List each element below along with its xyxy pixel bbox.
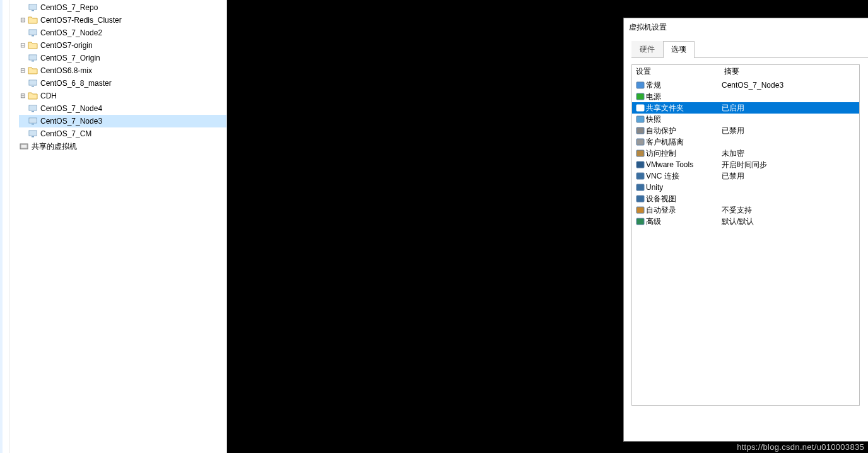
setting-name: 自动登录: [646, 205, 722, 216]
vm-centos7-cm[interactable]: CentOS_7_CM: [19, 127, 226, 140]
autologin-icon: [635, 206, 646, 215]
setting-summary: 默认/默认: [722, 216, 857, 227]
vm-centos7-node3[interactable]: CentOS_7_Node3: [19, 115, 226, 127]
general-icon: [635, 81, 646, 90]
svg-rect-1: [30, 5, 36, 9]
settings-list-panel: 设置 摘要 常规CentOS_7_Node3电源共享文件夹已启用快照自动保护已禁…: [631, 64, 860, 406]
setting-name: 高级: [646, 216, 722, 227]
svg-rect-11: [32, 86, 34, 87]
appliance-view-icon: [635, 194, 646, 203]
tree-toggle-icon[interactable]: ⊟: [19, 16, 26, 24]
setting-row-vmware-tools[interactable]: VMware Tools开启时间同步: [632, 159, 859, 170]
watermark-text: https://blog.csdn.net/u010003835: [737, 442, 864, 452]
setting-row-general[interactable]: 常规CentOS_7_Node3: [632, 79, 859, 91]
svg-rect-33: [636, 196, 644, 202]
folder-redis-cluster[interactable]: ⊟CentOS7-Redis_Cluster: [19, 14, 226, 26]
setting-name: 快照: [646, 114, 722, 125]
vm-icon: [28, 129, 38, 139]
svg-rect-31: [636, 173, 644, 179]
dialog-tabs: 硬件 选项: [631, 41, 868, 58]
setting-row-unity[interactable]: Unity: [632, 182, 859, 193]
svg-rect-27: [636, 127, 644, 134]
setting-name: 共享文件夹: [646, 103, 722, 114]
svg-rect-16: [30, 119, 36, 122]
vm-icon: [28, 116, 38, 126]
setting-name: VMware Tools: [646, 160, 722, 169]
tree-label: CentOS7-origin: [40, 39, 93, 52]
shared-vms-root[interactable]: 共享的虚拟机: [19, 140, 226, 153]
vm-centos7-repo[interactable]: CentOS_7_Repo: [19, 1, 226, 14]
snapshot-icon: [635, 115, 646, 124]
shared-folders-icon: [635, 103, 646, 112]
tree-label: CentOS_7_CM: [40, 127, 91, 140]
setting-name: 设备视图: [646, 194, 722, 204]
setting-name: 电源: [646, 91, 722, 102]
setting-row-access-control[interactable]: 访问控制未加密: [632, 148, 859, 159]
setting-row-appliance-view[interactable]: 设备视图: [632, 193, 859, 204]
vm-icon: [28, 78, 38, 88]
power-icon: [635, 92, 646, 101]
unity-icon: [635, 183, 646, 192]
tree-toggle-icon[interactable]: ⊟: [19, 67, 26, 74]
tree-label: CentOS_7_Repo: [40, 1, 98, 14]
vm-centos7-node2[interactable]: CentOS_7_Node2: [19, 26, 226, 39]
setting-row-power[interactable]: 电源: [632, 91, 859, 102]
vm-centos68-master[interactable]: CentOS_6_8_master: [19, 77, 226, 90]
setting-summary: 已禁用: [722, 171, 857, 182]
svg-rect-22: [21, 145, 26, 148]
vm-icon: [28, 28, 38, 38]
shared-icon: [19, 141, 29, 151]
tree-label: CentOS_7_Node2: [40, 26, 102, 39]
tab-hardware[interactable]: 硬件: [631, 41, 663, 57]
vnc-icon: [635, 172, 646, 180]
col-summary-header: 摘要: [724, 66, 739, 77]
folder-centos7-origin[interactable]: ⊟CentOS7-origin: [19, 39, 226, 52]
setting-summary: 已启用: [722, 103, 857, 114]
svg-rect-25: [636, 105, 644, 111]
vm-settings-dialog: 虚拟机设置 ✕ 硬件 选项 设置 摘要 常规CentOS_7_Node3电源共享…: [623, 18, 868, 442]
svg-rect-35: [636, 218, 644, 225]
svg-rect-13: [30, 106, 36, 110]
svg-rect-4: [30, 30, 36, 34]
setting-row-guest-isolation[interactable]: 客户机隔离: [632, 136, 859, 148]
svg-rect-10: [30, 81, 36, 85]
tree-label: CentOS_6_8_master: [40, 77, 112, 90]
shared-vms-label: 共享的虚拟机: [32, 140, 77, 153]
tree-label: CentOS6.8-mix: [40, 64, 92, 77]
setting-summary: 未加密: [722, 148, 857, 159]
tree-label: CentOS_7_Node3: [40, 115, 102, 127]
guest-isolation-icon: [635, 138, 646, 146]
tree-toggle-icon[interactable]: ⊟: [19, 92, 26, 100]
setting-name: 自动保护: [646, 126, 722, 136]
vm-console-area: .ta 虚拟机设置 ✕ 硬件 选项 设置 摘要: [227, 0, 868, 453]
vm-centos7-node4[interactable]: CentOS_7_Node4: [19, 102, 226, 115]
setting-row-autoprotect[interactable]: 自动保护已禁用: [632, 125, 859, 136]
dialog-titlebar[interactable]: 虚拟机设置 ✕: [624, 18, 868, 36]
tree-label: CentOS7-Redis_Cluster: [40, 14, 122, 26]
setting-summary: 开启时间同步: [722, 160, 857, 170]
svg-rect-19: [30, 131, 36, 135]
svg-rect-26: [636, 116, 644, 122]
setting-name: 常规: [646, 80, 722, 91]
folder-icon: [28, 91, 38, 101]
setting-summary: 已禁用: [722, 126, 857, 136]
svg-rect-8: [32, 61, 34, 62]
setting-row-snapshot[interactable]: 快照: [632, 114, 859, 125]
setting-summary: CentOS_7_Node3: [722, 81, 857, 90]
folder-icon: [28, 40, 38, 50]
vm-library-sidebar: CentOS_7_Repo⊟CentOS7-Redis_ClusterCentO…: [0, 0, 227, 453]
folder-icon: [28, 66, 38, 76]
vm-centos7-origin[interactable]: CentOS_7_Origin: [19, 52, 226, 64]
folder-centos68-mix[interactable]: ⊟CentOS6.8-mix: [19, 64, 226, 77]
tree-toggle-icon[interactable]: ⊟: [19, 42, 26, 49]
setting-row-advanced[interactable]: 高级默认/默认: [632, 216, 859, 227]
svg-rect-20: [32, 136, 34, 138]
svg-rect-32: [636, 184, 644, 191]
svg-rect-24: [636, 93, 644, 100]
setting-row-vnc[interactable]: VNC 连接已禁用: [632, 170, 859, 182]
autoprotect-icon: [635, 126, 646, 135]
setting-row-autologin[interactable]: 自动登录不受支持: [632, 204, 859, 216]
setting-row-shared-folders[interactable]: 共享文件夹已启用: [632, 102, 859, 114]
folder-cdh[interactable]: ⊟CDH: [19, 90, 226, 102]
tab-options[interactable]: 选项: [663, 41, 695, 58]
